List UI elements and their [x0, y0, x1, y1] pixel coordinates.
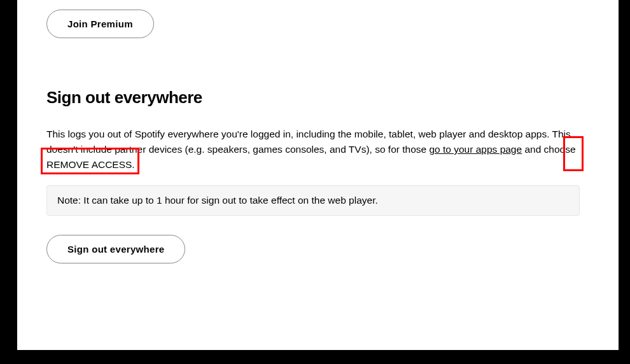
content-area: Join Premium Sign out everywhere This lo… — [17, 0, 619, 263]
signout-button-wrapper: Sign out everywhere — [46, 235, 589, 263]
page-container: Join Premium Sign out everywhere This lo… — [17, 0, 619, 350]
note-text: Note: It can take up to 1 hour for sign … — [57, 195, 378, 206]
note-box: Note: It can take up to 1 hour for sign … — [46, 185, 580, 216]
join-premium-wrapper: Join Premium — [46, 0, 589, 38]
sign-out-everywhere-button[interactable]: Sign out everywhere — [46, 235, 185, 263]
sign-out-heading: Sign out everywhere — [46, 88, 589, 108]
apps-page-link[interactable]: go to your apps page — [429, 144, 522, 155]
join-premium-button[interactable]: Join Premium — [46, 10, 154, 38]
sign-out-description: This logs you out of Spotify everywhere … — [46, 127, 580, 172]
